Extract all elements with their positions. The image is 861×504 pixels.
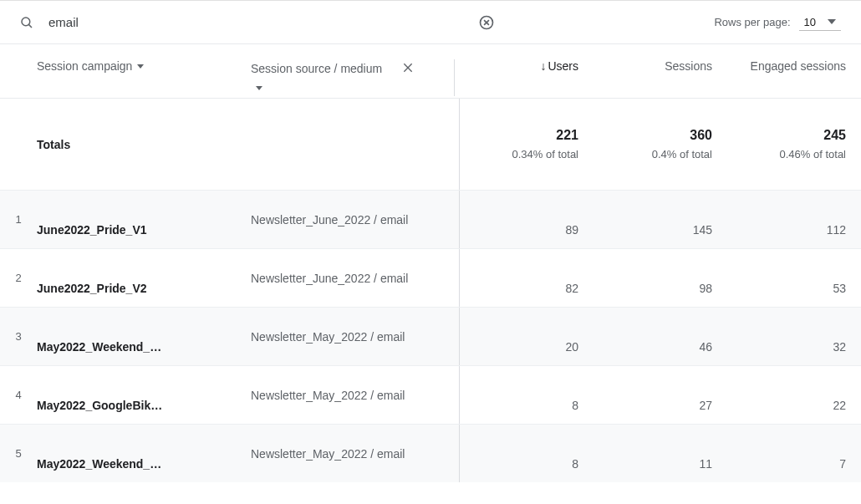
clear-search-button[interactable] bbox=[476, 13, 497, 33]
search-input[interactable] bbox=[47, 14, 476, 30]
totals-source bbox=[251, 99, 460, 190]
totals-label: Totals bbox=[37, 99, 251, 190]
row-index: 3 bbox=[0, 308, 37, 365]
row-index: 2 bbox=[0, 249, 37, 307]
row-engaged: 22 bbox=[727, 366, 861, 424]
row-index bbox=[0, 99, 37, 190]
svg-line-1 bbox=[28, 24, 32, 28]
row-source-medium: Newsletter_May_2022 / email bbox=[251, 366, 460, 424]
table-toolbar: Rows per page: 10 bbox=[0, 1, 861, 44]
totals-sessions: 360 0.4% of total bbox=[594, 99, 727, 190]
row-index: 1 bbox=[0, 191, 37, 248]
row-metrics: 8117 bbox=[460, 425, 861, 482]
dimension-secondary-label[interactable]: Session source / medium bbox=[251, 59, 393, 96]
rows-per-page: Rows per page: 10 bbox=[714, 14, 841, 31]
metric-headers: ↓Users Sessions Engaged sessions bbox=[460, 44, 861, 73]
row-source-medium: Newsletter_May_2022 / email bbox=[251, 425, 460, 482]
rows-per-page-select[interactable]: 10 bbox=[799, 14, 841, 31]
row-campaign[interactable]: May2022_Weekend_… bbox=[37, 308, 251, 365]
totals-metrics: 221 0.34% of total 360 0.4% of total 245… bbox=[460, 99, 861, 190]
rows-per-page-value: 10 bbox=[804, 16, 816, 28]
row-sessions: 46 bbox=[594, 308, 727, 365]
totals-users: 221 0.34% of total bbox=[460, 99, 594, 190]
table-row: 3May2022_Weekend_…Newsletter_May_2022 / … bbox=[0, 307, 861, 365]
table-row: 5May2022_Weekend_…Newsletter_May_2022 / … bbox=[0, 424, 861, 482]
table-row: 2June2022_Pride_V2Newsletter_June_2022 /… bbox=[0, 248, 861, 307]
row-source-medium: Newsletter_May_2022 / email bbox=[251, 308, 460, 365]
row-metrics: 89145112 bbox=[460, 191, 861, 248]
vertical-divider bbox=[454, 59, 455, 96]
caret-down-icon bbox=[256, 86, 262, 90]
row-metrics: 829853 bbox=[460, 249, 861, 307]
remove-dimension-button[interactable] bbox=[401, 59, 415, 74]
row-users: 89 bbox=[460, 191, 594, 248]
search-icon bbox=[18, 14, 35, 31]
row-sessions: 98 bbox=[594, 249, 727, 307]
metric-header-sessions[interactable]: Sessions bbox=[594, 59, 727, 73]
row-source-medium: Newsletter_June_2022 / email bbox=[251, 191, 460, 248]
row-index: 5 bbox=[0, 425, 37, 482]
row-campaign[interactable]: May2022_GoogleBik… bbox=[37, 366, 251, 424]
row-users: 82 bbox=[460, 249, 594, 307]
search-wrap bbox=[18, 13, 714, 33]
row-source-medium: Newsletter_June_2022 / email bbox=[251, 249, 460, 307]
caret-down-icon bbox=[828, 19, 836, 24]
row-metrics: 82722 bbox=[460, 366, 861, 424]
row-engaged: 112 bbox=[727, 191, 861, 248]
row-sessions: 145 bbox=[594, 191, 727, 248]
report-table: Rows per page: 10 Session campaign Sessi… bbox=[0, 0, 861, 482]
row-users: 8 bbox=[460, 366, 594, 424]
caret-down-icon bbox=[137, 64, 144, 69]
row-users: 20 bbox=[460, 308, 594, 365]
totals-row: Totals 221 0.34% of total 360 0.4% of to… bbox=[0, 98, 861, 190]
row-engaged: 7 bbox=[727, 425, 861, 482]
table-row: 4May2022_GoogleBik…Newsletter_May_2022 /… bbox=[0, 365, 861, 424]
row-campaign[interactable]: May2022_Weekend_… bbox=[37, 425, 251, 482]
row-campaign[interactable]: June2022_Pride_V2 bbox=[37, 249, 251, 307]
dimension-secondary-header: Session source / medium bbox=[251, 44, 460, 96]
table-row: 1June2022_Pride_V1Newsletter_June_2022 /… bbox=[0, 190, 861, 248]
svg-point-0 bbox=[22, 18, 30, 26]
row-engaged: 53 bbox=[727, 249, 861, 307]
dimension-primary-header[interactable]: Session campaign bbox=[37, 44, 251, 73]
row-metrics: 204632 bbox=[460, 308, 861, 365]
rows-per-page-label: Rows per page: bbox=[714, 16, 790, 28]
row-campaign[interactable]: June2022_Pride_V1 bbox=[37, 191, 251, 248]
row-users: 8 bbox=[460, 425, 594, 482]
row-engaged: 32 bbox=[727, 308, 861, 365]
column-headers: Session campaign Session source / medium bbox=[0, 44, 861, 98]
dimension-primary-label: Session campaign bbox=[37, 59, 132, 73]
metric-header-engaged-sessions[interactable]: Engaged sessions bbox=[727, 59, 861, 73]
sort-desc-icon: ↓ bbox=[540, 59, 546, 73]
row-sessions: 27 bbox=[594, 366, 727, 424]
row-sessions: 11 bbox=[594, 425, 727, 482]
metric-header-users[interactable]: ↓Users bbox=[460, 59, 594, 73]
totals-engaged: 245 0.46% of total bbox=[727, 99, 861, 190]
row-index: 4 bbox=[0, 366, 37, 424]
